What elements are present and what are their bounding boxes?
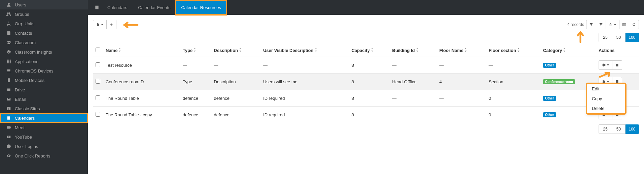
sidebar-label: Groups — [15, 12, 29, 17]
col-floor-name[interactable]: Floor Name — [437, 44, 486, 57]
export-group — [93, 20, 116, 29]
cell-cap: 8 — [349, 74, 390, 90]
category-badge: Other — [543, 63, 556, 68]
drive-icon — [6, 87, 11, 92]
row-checkbox[interactable] — [96, 79, 100, 84]
caret-down-icon — [101, 24, 104, 25]
row-checkbox[interactable] — [96, 62, 100, 67]
cell-name: Conference room D — [103, 74, 180, 90]
row-checkbox[interactable] — [96, 95, 100, 100]
page-size-50[interactable]: 50 — [612, 33, 625, 42]
sidebar-item-org-units[interactable]: Org. Units — [0, 19, 88, 28]
sidebar-label: Classroom — [15, 40, 36, 45]
page-size-100[interactable]: 100 — [625, 33, 639, 42]
calendar-icon — [615, 80, 619, 84]
table-row: The Round Table - copydefencedefenceID r… — [93, 107, 639, 123]
pager-top: 25 50 100 — [93, 33, 639, 42]
refresh-button[interactable] — [629, 20, 639, 29]
filter-button[interactable] — [586, 20, 596, 29]
clock-icon — [6, 144, 11, 149]
col-label: Description — [214, 48, 238, 53]
columns-button[interactable] — [619, 20, 629, 29]
page-size-25-b[interactable]: 25 — [599, 124, 612, 134]
sidebar-item-mobile-devices[interactable]: Mobile Devices — [0, 76, 88, 85]
col-actions: Actions — [596, 44, 639, 57]
cell-desc: Description — [211, 74, 261, 90]
category-badge: Other — [543, 96, 556, 101]
select-all-checkbox[interactable] — [96, 48, 100, 52]
sidebar-item-chromeos-devices[interactable]: ChromeOS Devices — [0, 66, 88, 76]
cell-desc: — — [211, 57, 261, 74]
col-building-id[interactable]: Building Id — [390, 44, 437, 57]
row-calendar-button[interactable] — [612, 60, 622, 70]
sidebar-label: ChromeOS Devices — [15, 68, 53, 74]
density-button[interactable] — [606, 20, 619, 29]
cell-cap: 8 — [349, 107, 390, 123]
sidebar-label: Drive — [15, 87, 25, 92]
sidebar-item-groups[interactable]: Groups — [0, 9, 88, 19]
sidebar-item-users[interactable]: Users — [0, 0, 88, 9]
filter-group — [586, 20, 639, 29]
table-row: Conference room DTypeDescriptionUsers wi… — [93, 74, 639, 90]
dropdown-item-copy[interactable]: Copy — [587, 94, 625, 104]
sort-icon — [118, 48, 121, 53]
sidebar-item-classic-sites[interactable]: Classic Sites — [0, 104, 88, 113]
tab-calendar-resources[interactable]: Calendar Resources — [176, 0, 226, 15]
sort-icon — [563, 48, 566, 53]
sidebar-item-meet[interactable]: Meet — [0, 123, 88, 132]
col-user-visible-description[interactable]: User Visible Description — [260, 44, 349, 57]
topnav-calendar-icon[interactable] — [92, 0, 102, 15]
users-icon — [6, 11, 11, 17]
sidebar-item-contacts[interactable]: Contacts — [0, 28, 88, 38]
col-category[interactable]: Category — [540, 44, 596, 57]
row-checkbox[interactable] — [96, 112, 100, 117]
sidebar-item-email[interactable]: Email — [0, 94, 88, 104]
cell-name: The Round Table — [103, 90, 180, 107]
sidebar-item-calendars[interactable]: Calendars — [0, 113, 88, 123]
col-capacity[interactable]: Capacity — [349, 44, 390, 57]
sidebar-item-one-click-reports[interactable]: One Click Reports — [0, 151, 88, 161]
export-button[interactable] — [93, 20, 107, 29]
col-description[interactable]: Description — [211, 44, 261, 57]
add-button[interactable] — [107, 20, 116, 29]
clear-filter-button[interactable] — [596, 20, 606, 29]
grad-icon — [6, 49, 11, 55]
dropdown-item-delete[interactable]: Delete — [587, 104, 625, 113]
sidebar-item-user-logins[interactable]: User Logins — [0, 142, 88, 151]
cell-fname: — — [437, 90, 486, 107]
col-label: Type — [183, 48, 192, 53]
sort-icon — [371, 48, 373, 53]
columns-icon — [622, 23, 626, 27]
topnav: CalendarsCalendar EventsCalendar Resourc… — [88, 0, 644, 15]
cell-fname: 4 — [437, 74, 486, 90]
page-size-100-b[interactable]: 100 — [625, 124, 639, 134]
col-floor-section[interactable]: Floor section — [486, 44, 540, 57]
cell-fsec: 0 — [486, 107, 540, 123]
sort-icon — [315, 48, 317, 53]
sidebar-item-youtube[interactable]: YouTube — [0, 132, 88, 142]
sidebar-item-classroom-insights[interactable]: Classroom Insights — [0, 47, 88, 57]
phone-icon — [6, 78, 11, 83]
row-settings-button[interactable] — [599, 60, 612, 70]
cell-fname: — — [437, 57, 486, 74]
sidebar-item-drive[interactable]: Drive — [0, 85, 88, 94]
sidebar-item-classroom[interactable]: Classroom — [0, 38, 88, 47]
density-icon — [609, 23, 613, 27]
col-name[interactable]: Name — [103, 44, 180, 57]
page-size-50-b[interactable]: 50 — [612, 124, 625, 134]
sidebar-label: Org. Units — [15, 21, 35, 26]
page-size-25[interactable]: 25 — [599, 33, 612, 42]
tab-calendars[interactable]: Calendars — [102, 0, 133, 15]
sort-icon — [416, 48, 419, 53]
sidebar-item-applications[interactable]: Applications — [0, 57, 88, 66]
sidebar-label: One Click Reports — [15, 153, 50, 158]
sidebar-label: Classroom Insights — [15, 50, 52, 55]
cell-type: defence — [180, 107, 211, 123]
cell-uvd: — — [260, 57, 349, 74]
content: 4 records 25 50 100 — [88, 15, 644, 174]
dropdown-item-edit[interactable]: Edit — [587, 84, 625, 94]
cell-actions: EditCopyDelete — [596, 74, 639, 90]
col-type[interactable]: Type — [180, 44, 211, 57]
tab-calendar-events[interactable]: Calendar Events — [133, 0, 176, 15]
cell-type: defence — [180, 90, 211, 107]
